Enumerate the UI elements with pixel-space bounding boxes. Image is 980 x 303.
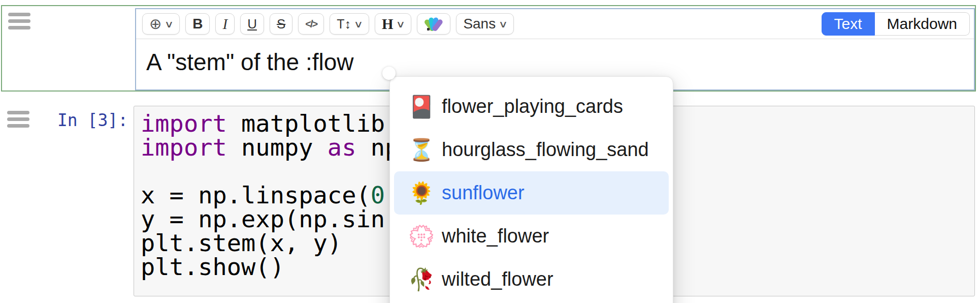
mode-toggle: TextMarkdown — [822, 12, 970, 36]
toolbar-button-group: ⊕∨BIUS</>T↕∨H∨Sans∨ — [142, 13, 514, 35]
toolbar-button-italic[interactable]: I — [215, 13, 235, 35]
italic-icon: I — [222, 17, 227, 32]
notebook-canvas: ⊕∨BIUS</>T↕∨H∨Sans∨ TextMarkdown A "stem… — [0, 0, 980, 303]
color-palette-icon — [424, 16, 443, 32]
flower_playing_cards-emoji-icon: 🎴 — [408, 94, 435, 119]
heading-icon: H — [382, 17, 394, 32]
emoji-autocomplete-dropdown: 🎴flower_playing_cards⏳hourglass_flowing_… — [389, 76, 673, 303]
toolbar-button-strikethrough[interactable]: S — [270, 13, 292, 35]
mode-text-button[interactable]: Text — [822, 12, 875, 36]
toolbar-button-text-size[interactable]: T↕∨ — [330, 13, 369, 35]
emoji-suggestion-list: 🎴flower_playing_cards⏳hourglass_flowing_… — [394, 85, 669, 301]
underline-icon: U — [247, 17, 257, 31]
toolbar-button-code[interactable]: </> — [298, 13, 324, 35]
sunflower-emoji-icon: 🌻 — [408, 180, 435, 205]
dropdown-anchor-dot — [382, 67, 396, 80]
emoji-suggestion-sunflower[interactable]: 🌻sunflower — [394, 171, 669, 215]
drag-handle-icon[interactable] — [8, 13, 30, 33]
execution-prompt: In [3]: — [20, 110, 128, 130]
emoji-suggestion-white_flower[interactable]: 💮white_flower — [394, 215, 669, 258]
mode-markdown-button[interactable]: Markdown — [875, 12, 970, 36]
white_flower-emoji-icon: 💮 — [408, 224, 435, 249]
toolbar-button-color[interactable] — [417, 13, 450, 35]
formatting-toolbar: ⊕∨BIUS</>T↕∨H∨Sans∨ TextMarkdown — [136, 9, 974, 39]
insert-icon: ⊕ — [149, 17, 161, 32]
emoji-suggestion-label: flower_playing_cards — [442, 96, 623, 117]
emoji-suggestion-flower_playing_cards[interactable]: 🎴flower_playing_cards — [394, 85, 669, 128]
emoji-suggestion-wilted_flower[interactable]: 🥀wilted_flower — [394, 258, 669, 301]
chevron-down-icon: ∨ — [396, 19, 406, 29]
text-size-icon: T↕ — [337, 18, 351, 31]
toolbar-button-insert[interactable]: ⊕∨ — [142, 13, 180, 35]
toolbar-button-bold[interactable]: B — [185, 13, 210, 35]
chevron-down-icon: ∨ — [499, 19, 508, 29]
hourglass_flowing_sand-emoji-icon: ⏳ — [408, 137, 435, 162]
toolbar-button-font-family[interactable]: Sans∨ — [456, 13, 514, 35]
bold-icon: B — [192, 17, 203, 31]
emoji-suggestion-hourglass_flowing_sand[interactable]: ⏳hourglass_flowing_sand — [394, 128, 669, 171]
emoji-suggestion-label: white_flower — [442, 225, 549, 247]
markdown-text[interactable]: A "stem" of the :flow — [136, 39, 974, 76]
toolbar-button-underline[interactable]: U — [240, 13, 264, 35]
font-family-icon: Sans — [463, 17, 496, 31]
chevron-down-icon: ∨ — [354, 19, 364, 29]
emoji-suggestion-label: hourglass_flowing_sand — [442, 139, 649, 161]
wilted_flower-emoji-icon: 🥀 — [408, 267, 435, 292]
strikethrough-icon: S — [277, 17, 285, 31]
chevron-down-icon: ∨ — [165, 19, 174, 29]
code-icon: </> — [305, 19, 317, 29]
toolbar-button-heading[interactable]: H∨ — [375, 13, 411, 35]
emoji-suggestion-label: sunflower — [442, 182, 525, 204]
emoji-suggestion-label: wilted_flower — [442, 268, 553, 290]
